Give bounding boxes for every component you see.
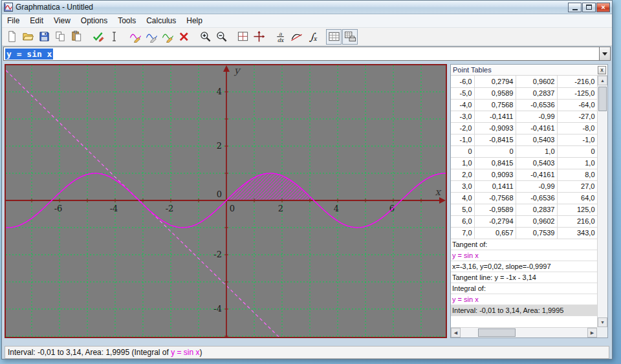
- point-tables-icon[interactable]: [326, 29, 342, 45]
- app-icon: [4, 3, 13, 12]
- close-button[interactable]: ×: [596, 3, 610, 12]
- table-row: 7,00,6570,7539343,0: [451, 227, 597, 239]
- table-cell: 1,0: [557, 157, 597, 169]
- table-cell: -6,0: [451, 76, 474, 87]
- menu-item-file[interactable]: File: [2, 15, 25, 27]
- redraw-icon[interactable]: [144, 29, 159, 45]
- window-title: Graphmatica - Untitled: [16, 3, 565, 12]
- zoom-out-icon[interactable]: [213, 29, 229, 45]
- horizontal-scroll-thumb[interactable]: [478, 328, 516, 337]
- note-line: Tangent of:: [451, 239, 597, 250]
- x-tick-label: -6: [54, 204, 63, 213]
- table-cell: 1,0: [451, 157, 474, 169]
- grid-range-icon[interactable]: [235, 29, 250, 45]
- table-row: 3,00,1411-0,9927,0: [451, 180, 597, 192]
- svg-text:a: a: [279, 31, 282, 37]
- table-cell: 4,0: [451, 192, 474, 204]
- menu-item-view[interactable]: View: [49, 15, 76, 27]
- panel-header: Point Tables x: [451, 65, 607, 76]
- new-icon[interactable]: [4, 29, 19, 45]
- table-cell: 0,8415: [474, 157, 516, 169]
- save-icon[interactable]: [36, 29, 52, 45]
- table-row: 4,0-0,7568-0,653664,0: [451, 192, 597, 204]
- horizontal-scrollbar[interactable]: ◀ ▶: [451, 327, 597, 337]
- table-cell: 5,0: [451, 204, 474, 215]
- minimize-button[interactable]: [568, 3, 582, 12]
- table-cell: -0,7568: [474, 192, 516, 204]
- table-cell: -0,1411: [474, 111, 516, 122]
- table-cell: -2,0: [451, 122, 474, 134]
- table-cell: -4,0: [451, 99, 474, 111]
- paste-icon[interactable]: [69, 29, 84, 45]
- toolbar-separator: [85, 28, 90, 45]
- status-equation: y = sin x: [171, 348, 199, 357]
- vertical-scroll-thumb[interactable]: [598, 87, 607, 111]
- print-tables-icon[interactable]: [342, 29, 358, 45]
- maximize-button[interactable]: [582, 3, 596, 12]
- toolbar-separator: [230, 28, 235, 45]
- table-cell: 0: [474, 145, 516, 157]
- equation-input[interactable]: y = sin x: [3, 47, 599, 61]
- table-cell: -0,99: [516, 111, 557, 122]
- table-cell: -0,4161: [516, 169, 557, 180]
- menu-item-tools[interactable]: Tools: [113, 15, 141, 27]
- table-cell: -0,4161: [516, 122, 557, 134]
- table-cell: -0,8415: [474, 134, 516, 145]
- scroll-up-icon[interactable]: ▲: [598, 76, 607, 85]
- menu-item-help[interactable]: Help: [181, 15, 208, 27]
- note-line: x=-3,16, y=0,02, slope=-0,9997: [451, 261, 597, 272]
- graph-area[interactable]: -6-4-20246420-2-4yx: [5, 64, 447, 338]
- title-bar[interactable]: Graphmatica - Untitled ×: [2, 1, 612, 14]
- panel-close-icon: x: [600, 67, 604, 73]
- x-tick-label: -4: [110, 204, 118, 213]
- toolbar-separator: [192, 28, 197, 45]
- table-cell: 0,9093: [474, 169, 516, 180]
- equation-dropdown-button[interactable]: [599, 47, 611, 61]
- x-tick-label: 6: [389, 204, 395, 213]
- default-grid-icon[interactable]: [251, 29, 267, 45]
- chevron-down-icon: [602, 52, 607, 56]
- annotate-icon[interactable]: [90, 29, 105, 45]
- table-row: 6,0-0,27940,9602216,0: [451, 215, 597, 227]
- scroll-left-icon[interactable]: ◀: [451, 328, 461, 337]
- menu-item-calculus[interactable]: Calculus: [141, 15, 181, 27]
- panel-close-button[interactable]: x: [598, 66, 606, 74]
- svg-text:x: x: [313, 36, 317, 42]
- copy-icon[interactable]: [52, 29, 68, 45]
- integral-icon[interactable]: ∫x: [305, 29, 320, 45]
- status-text-suffix: ): [200, 348, 202, 357]
- menu-item-edit[interactable]: Edit: [25, 15, 49, 27]
- toolbar-separator: [321, 28, 326, 45]
- table-cell: 0: [557, 145, 597, 157]
- note-line: Interval: -0,01 to 3,14, Area: 1,9995: [451, 305, 597, 316]
- table-row: 5,0-0,95890,2837125,0: [451, 204, 597, 215]
- scroll-down-icon[interactable]: ▼: [598, 317, 607, 327]
- zoom-in-icon[interactable]: [197, 29, 213, 45]
- close-icon: ×: [601, 4, 605, 11]
- x-tick-label: 4: [334, 204, 339, 213]
- graph-svg[interactable]: -6-4-20246420-2-4yx: [6, 65, 446, 337]
- toolbar: adx∫x: [2, 28, 612, 46]
- step-icon[interactable]: [160, 29, 175, 45]
- tangent-icon[interactable]: [289, 29, 304, 45]
- panel-title: Point Tables: [453, 66, 598, 74]
- point-table-grid: -6,00,27940,9602-216,0-5,00,95890,2837-1…: [451, 76, 598, 239]
- open-icon[interactable]: [20, 29, 36, 45]
- delete-graph-icon[interactable]: [176, 29, 191, 45]
- table-cell: -5,0: [451, 87, 474, 99]
- table-cell: 0,2837: [516, 204, 557, 215]
- menu-bar: FileEditViewOptionsToolsCalculusHelp: [2, 14, 612, 28]
- equation-text: y = sin x: [5, 48, 53, 59]
- menu-item-options[interactable]: Options: [76, 15, 113, 27]
- table-cell: -216,0: [557, 76, 597, 87]
- vertical-scrollbar[interactable]: ▲ ▼: [597, 76, 607, 327]
- cursor-icon[interactable]: [106, 29, 122, 45]
- x-tick-label: -2: [166, 204, 174, 213]
- calculus-notes: Tangent of:y = sin xx=-3,16, y=0,02, slo…: [451, 239, 597, 316]
- table-cell: 0,657: [474, 227, 516, 239]
- table-cell: 0,9602: [516, 215, 557, 227]
- x-axis-arrow: [439, 197, 446, 204]
- draw-graph-icon[interactable]: [127, 29, 143, 45]
- derivative-icon[interactable]: adx: [272, 29, 288, 45]
- scroll-right-icon[interactable]: ▶: [587, 328, 597, 337]
